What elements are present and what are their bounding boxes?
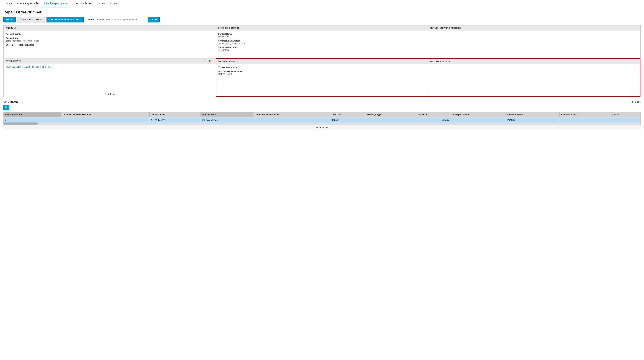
field-label: Customer Reference Number — [6, 44, 214, 46]
nav-item-create-repair[interactable]: Create Repair Order — [14, 0, 42, 7]
payment-details-body: Transaction AmountPurchase Order NumberR… — [216, 64, 428, 91]
table-cell-product-name: MC9190-G30S... — [200, 117, 253, 123]
attachments-title: ATTACHMENTS — [6, 60, 21, 62]
table-cell-exchange-type — [365, 117, 416, 123]
column-header-serial-number[interactable]: Serial Number — [150, 112, 201, 117]
table-cell-invoice — [612, 117, 640, 123]
share-input[interactable] — [95, 17, 146, 22]
table-first-btn[interactable]: ⏮ — [316, 126, 318, 129]
column-header-product-name[interactable]: Product Name — [200, 112, 253, 117]
return-shipping-section: RETURN SHIPPING ADDRESS — [428, 25, 640, 58]
field-value: Zebra Technologies Australia Pty Ltd — [6, 40, 214, 42]
line-items-search-button[interactable]: 🔍 — [4, 105, 9, 110]
standard-shipping-label-button[interactable]: STANDARD SHIPPING LABEL — [46, 17, 84, 22]
field-label: Contact Work Phone — [218, 46, 426, 49]
review-quotation-button[interactable]: REVIEW QUOTATION — [17, 17, 45, 22]
column-header-exchange-type[interactable]: Exchange Type — [365, 112, 416, 117]
table-cell-sparepool-name — [451, 117, 506, 123]
table-header: Line Number ▲▼Customer Reference NumberS… — [4, 112, 640, 117]
table-cell-line-item-status: Pending — [506, 117, 559, 123]
table-cell-line-sub-status — [560, 117, 612, 123]
attachment-link[interactable]: ShippingManifest1_English_30725594_11-10… — [6, 66, 214, 68]
table-next-btn[interactable]: ▶ — [323, 126, 325, 129]
field-label: Contact Name — [218, 33, 426, 35]
field-value: 1234567890 — [218, 49, 426, 51]
attachments-header: ATTACHMENTS 1 - 1 of 1 — [4, 58, 216, 64]
table-prev-btn[interactable]: ◀ — [320, 126, 322, 129]
return-shipping-body — [428, 31, 640, 58]
attach-last-btn[interactable]: ⏭ — [113, 93, 116, 95]
table-scrollbar[interactable] — [4, 123, 640, 125]
table-cell-job-type: Billable — [330, 117, 365, 123]
send-button[interactable]: SEND — [148, 17, 160, 22]
line-items-count: 1 - 1 of 1 — [632, 101, 640, 103]
table-cell-line-number: 1 — [4, 117, 61, 123]
billing-address-header: BILLING ADDRESS — [428, 59, 640, 64]
bottom-sections: ATTACHMENTS 1 - 1 of 1 ShippingManifest1… — [4, 58, 640, 97]
field-label: Account Number — [6, 33, 214, 35]
attachments-section: ATTACHMENTS 1 - 1 of 1 ShippingManifest1… — [4, 58, 216, 97]
column-header-job-type[interactable]: Job Type — [330, 112, 365, 117]
payment-billing-highlighted: PAYMENT DETAILS Transaction AmountPurcha… — [216, 58, 640, 97]
nav-item-check-entitlement[interactable]: Check Entitlement — [70, 0, 95, 7]
field-label: Account Name — [6, 37, 214, 39]
account-header: ACCOUNT — [4, 25, 216, 31]
field-value: portalreg test — [218, 35, 426, 38]
page-title: Repair Order Number — [4, 10, 640, 14]
column-header-customer-ref[interactable]: Customer Reference Number — [61, 112, 150, 117]
table-last-btn[interactable]: ⏭ — [326, 126, 328, 129]
share-label: Share — [88, 18, 94, 21]
attach-first-btn[interactable]: ⏮ — [104, 93, 106, 95]
field-label: Transaction Amount — [218, 66, 426, 69]
top-sections: ACCOUNT Account NumberAccount NameZebra … — [4, 25, 640, 58]
shipping-contact-section: SHIPPING CONTACT Contact Nameportalreg t… — [216, 25, 428, 58]
attachments-count: 1 - 1 of 1 — [204, 60, 214, 62]
column-header-invoice[interactable]: Invoi... — [612, 112, 640, 117]
table-cell-serial-number: SN_UNKNOWN — [150, 117, 201, 123]
field-label: Contact Email Address — [218, 40, 426, 42]
line-items-title: LINE ITEMS — [4, 100, 18, 103]
column-header-line-item-status[interactable]: Line Item Status — [506, 112, 559, 117]
column-header-net-price[interactable]: Net Price — [416, 112, 451, 117]
page-content: Repair Order Number BACK REVIEW QUOTATIO… — [0, 7, 644, 133]
column-header-line-sub-status[interactable]: Line Sub Status — [560, 112, 612, 117]
navigation: HomeCreate Repair OrderCheck Repair Stat… — [0, 0, 644, 7]
payment-details-section: PAYMENT DETAILS Transaction AmountPurcha… — [216, 59, 428, 96]
field-value: portalregtest@mailinator.com — [218, 42, 426, 45]
payment-details-header: PAYMENT DETAILS — [216, 59, 428, 64]
nav-item-home[interactable]: Home — [3, 0, 14, 7]
column-header-line-number[interactable]: Line Number ▲▼ — [4, 112, 61, 117]
field-value: REFER LINES — [218, 73, 426, 75]
back-button[interactable]: BACK — [4, 17, 16, 22]
column-header-sparepool-name[interactable]: Sparepool Name — [451, 112, 506, 117]
line-items-table: Line Number ▲▼Customer Reference NumberS… — [4, 112, 640, 123]
search-icon: 🔍 — [4, 106, 8, 109]
return-shipping-header: RETURN SHIPPING ADDRESS — [428, 25, 640, 31]
attachments-body: ShippingManifest1_English_30725594_11-10… — [4, 64, 216, 91]
table-pagination: ⏮ ◀ ▶ ⏭ — [4, 125, 640, 130]
table-row[interactable]: 1SN_UNKNOWNMC9190-G30S...Billable$840.80… — [4, 117, 640, 123]
attachments-pagination: ⏮ ◀ ▶ ⏭ — [4, 91, 216, 97]
nav-item-contracts[interactable]: Contracts — [108, 0, 123, 7]
table-cell-outbound-serial — [253, 117, 330, 123]
attach-prev-btn[interactable]: ◀ — [107, 93, 109, 95]
column-header-outbound-serial[interactable]: Outbound Serial Number — [253, 112, 330, 117]
line-items-section: LINE ITEMS 1 - 1 of 1 🔍 Line Number ▲▼Cu… — [4, 100, 640, 130]
nav-item-check-repair[interactable]: Check Repair Status — [42, 0, 70, 7]
nav-item-assets[interactable]: Assets — [95, 0, 108, 7]
billing-address-section: BILLING ADDRESS — [428, 59, 640, 96]
billing-address-body — [428, 64, 640, 91]
field-label: Purchase Order Number — [218, 70, 426, 73]
account-section: ACCOUNT Account NumberAccount NameZebra … — [4, 25, 216, 58]
table-cell-net-price: $840.80 — [416, 117, 451, 123]
line-items-table-wrapper: Line Number ▲▼Customer Reference NumberS… — [4, 112, 640, 125]
table-cell-customer-ref — [61, 117, 150, 123]
shipping-contact-header: SHIPPING CONTACT — [216, 25, 428, 31]
account-body: Account NumberAccount NameZebra Technolo… — [4, 31, 216, 58]
shipping-contact-body: Contact Nameportalreg testContact Email … — [216, 31, 428, 58]
toolbar: BACK REVIEW QUOTATION STANDARD SHIPPING … — [4, 17, 640, 22]
share-section: Share SEND — [88, 17, 160, 22]
attach-next-btn[interactable]: ▶ — [110, 93, 112, 95]
line-items-header: LINE ITEMS 1 - 1 of 1 — [4, 100, 640, 103]
table-body: 1SN_UNKNOWNMC9190-G30S...Billable$840.80… — [4, 117, 640, 123]
